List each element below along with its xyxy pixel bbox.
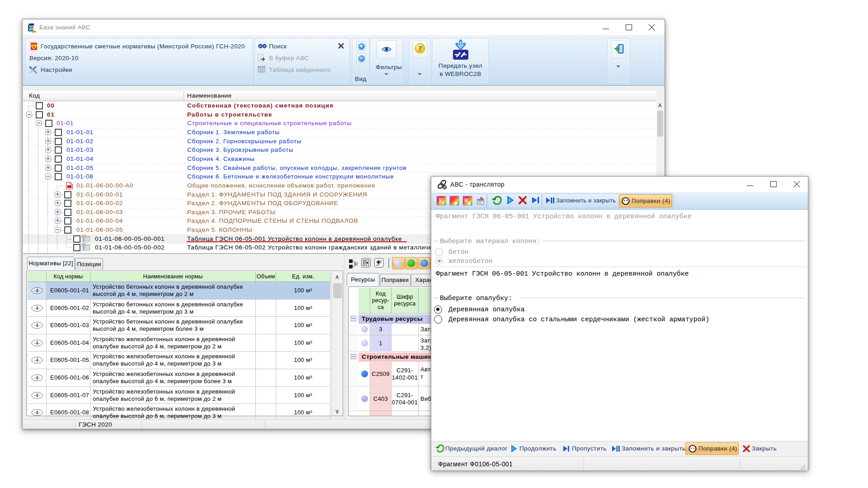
svg-text:·4·: ·4·: [34, 305, 40, 311]
svg-text:·4·: ·4·: [34, 288, 40, 293]
svg-text:·4·: ·4·: [34, 323, 40, 328]
svg-text:?: ?: [418, 44, 422, 53]
svg-text:·4·: ·4·: [34, 375, 40, 380]
svg-text:·4·: ·4·: [34, 393, 40, 398]
svg-text:·4·: ·4·: [34, 410, 40, 415]
svg-text:K: K: [464, 197, 469, 204]
svg-text:·4·: ·4·: [34, 357, 40, 363]
svg-text:·4·: ·4·: [34, 340, 40, 346]
